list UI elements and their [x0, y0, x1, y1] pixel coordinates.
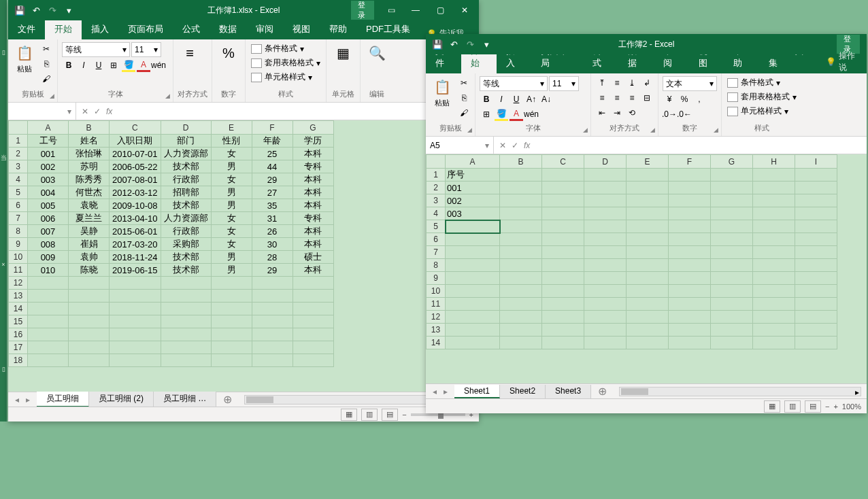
- add-sheet-button[interactable]: ⊕: [216, 393, 239, 406]
- cell[interactable]: [584, 169, 627, 182]
- cell[interactable]: [711, 207, 753, 220]
- row-header[interactable]: 15: [9, 315, 28, 328]
- col-header[interactable]: A: [446, 155, 500, 169]
- zoom-out-icon[interactable]: −: [825, 402, 829, 411]
- row-header[interactable]: 18: [9, 354, 28, 367]
- dialog-launcher-icon[interactable]: ◢: [650, 126, 655, 133]
- cell[interactable]: [500, 311, 542, 324]
- cell[interactable]: [69, 315, 110, 328]
- row-header[interactable]: 8: [9, 225, 28, 238]
- shrink-font-icon[interactable]: A↓: [539, 92, 553, 106]
- cell[interactable]: [500, 169, 542, 182]
- cell[interactable]: [584, 298, 627, 311]
- cell[interactable]: 人力资源部: [161, 148, 211, 160]
- cell[interactable]: [211, 341, 252, 354]
- cell[interactable]: 2013-04-10: [110, 212, 161, 225]
- tab-view[interactable]: 视图: [283, 19, 320, 39]
- horizontal-scrollbar[interactable]: ◂▸: [619, 387, 861, 396]
- cell[interactable]: [446, 259, 500, 272]
- spreadsheet-grid[interactable]: ABCDEFGHI1序号200130024003567891011121314: [426, 154, 867, 383]
- cell[interactable]: 2007-08-01: [110, 173, 161, 186]
- cell[interactable]: [28, 290, 69, 303]
- row-header[interactable]: 2: [427, 182, 446, 194]
- cell[interactable]: [584, 182, 627, 194]
- cell[interactable]: [211, 328, 252, 341]
- add-sheet-button[interactable]: ⊕: [591, 385, 614, 398]
- cell[interactable]: [795, 298, 837, 311]
- cell[interactable]: [795, 324, 837, 337]
- cancel-formula-icon[interactable]: ✕: [82, 107, 88, 116]
- cell[interactable]: [542, 337, 584, 349]
- cell[interactable]: [500, 259, 542, 272]
- row-header[interactable]: 4: [9, 173, 28, 186]
- cell[interactable]: [753, 246, 795, 259]
- cell[interactable]: [293, 341, 333, 354]
- cell[interactable]: 吴静: [69, 225, 110, 238]
- cell[interactable]: [500, 194, 542, 207]
- col-header[interactable]: B: [69, 121, 110, 135]
- tab-file[interactable]: 文件: [8, 19, 45, 39]
- cell[interactable]: [542, 311, 584, 324]
- font-name-combo[interactable]: 等线▾: [480, 76, 548, 91]
- cell[interactable]: [711, 169, 753, 182]
- cell[interactable]: 崔娟: [69, 238, 110, 251]
- cell[interactable]: 2019-06-15: [110, 264, 161, 277]
- cell[interactable]: [711, 298, 753, 311]
- cell[interactable]: [110, 315, 161, 328]
- cell[interactable]: [584, 324, 627, 337]
- cell[interactable]: 001: [28, 148, 69, 160]
- cell[interactable]: [161, 328, 211, 341]
- cell[interactable]: [446, 246, 500, 259]
- row-header[interactable]: 11: [9, 264, 28, 277]
- fx-icon[interactable]: fx: [524, 141, 530, 150]
- cell[interactable]: [753, 298, 795, 311]
- currency-icon[interactable]: ¥: [663, 92, 676, 106]
- decrease-decimal-icon[interactable]: .0←: [678, 107, 691, 121]
- cell[interactable]: [69, 303, 110, 315]
- cell[interactable]: 女: [211, 212, 252, 225]
- cell[interactable]: [542, 233, 584, 246]
- row-header[interactable]: 9: [9, 238, 28, 251]
- cell[interactable]: [584, 311, 627, 324]
- cell[interactable]: [542, 194, 584, 207]
- row-header[interactable]: 3: [427, 194, 446, 207]
- bold-icon[interactable]: B: [480, 92, 493, 106]
- cell[interactable]: [795, 207, 837, 220]
- cell[interactable]: [711, 311, 753, 324]
- sheet-tab[interactable]: Sheet3: [546, 385, 591, 398]
- tab-help[interactable]: 帮助: [320, 19, 356, 39]
- zoom-out-icon[interactable]: −: [402, 411, 406, 419]
- cell[interactable]: [711, 233, 753, 246]
- scroll-first-icon[interactable]: ◂: [12, 395, 22, 405]
- align-right-icon[interactable]: ≡: [625, 91, 639, 105]
- dialog-launcher-icon[interactable]: ◢: [50, 92, 54, 99]
- cell[interactable]: [711, 246, 753, 259]
- number-format-combo[interactable]: 文本▾: [663, 76, 717, 91]
- cell[interactable]: [669, 337, 711, 349]
- align-center-icon[interactable]: ≡: [610, 91, 624, 105]
- cell[interactable]: 31: [252, 212, 293, 225]
- tab-formulas[interactable]: 公式: [173, 19, 210, 39]
- percent-icon[interactable]: %: [678, 92, 691, 106]
- cell[interactable]: 专科: [293, 160, 333, 173]
- normal-view-icon[interactable]: ▦: [341, 409, 357, 421]
- cell[interactable]: [711, 194, 753, 207]
- scroll-first-icon[interactable]: ◂: [430, 387, 439, 396]
- cell[interactable]: [584, 337, 627, 349]
- sheet-tab[interactable]: Sheet2: [500, 385, 546, 398]
- border-icon[interactable]: ⊞: [480, 107, 493, 121]
- spreadsheet-grid[interactable]: ABCDEFG1工号姓名入职日期部门性别年龄学历2001张怡琳2010-07-0…: [8, 120, 479, 392]
- cell[interactable]: [542, 298, 584, 311]
- cell[interactable]: 入职日期: [110, 135, 161, 148]
- name-box[interactable]: ▾: [8, 103, 76, 120]
- cell[interactable]: [669, 298, 711, 311]
- cell[interactable]: 女: [211, 238, 252, 251]
- cell[interactable]: [542, 169, 584, 182]
- cell[interactable]: [28, 303, 69, 315]
- cell[interactable]: 26: [252, 225, 293, 238]
- copy-icon[interactable]: ⎘: [39, 57, 53, 71]
- cell[interactable]: [795, 220, 837, 233]
- cell[interactable]: [711, 285, 753, 298]
- cell[interactable]: 夏兰兰: [69, 212, 110, 225]
- row-header[interactable]: 12: [427, 311, 446, 324]
